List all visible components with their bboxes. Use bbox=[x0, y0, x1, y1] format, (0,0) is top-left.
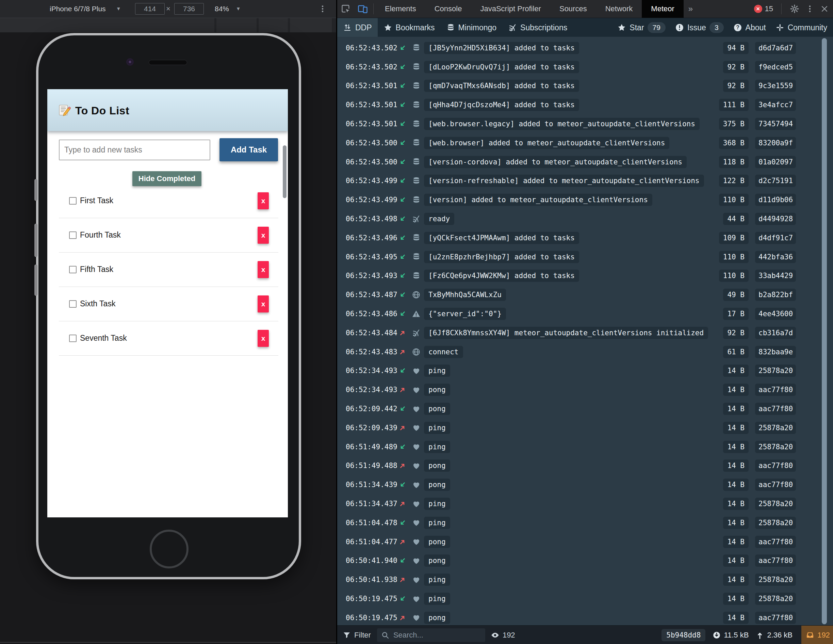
close-icon[interactable] bbox=[820, 5, 828, 13]
more-options-icon[interactable] bbox=[806, 5, 814, 13]
ddp-log-row[interactable]: 06:52:09.439ping14 B25878a20 bbox=[337, 418, 833, 437]
dimension-separator: × bbox=[166, 0, 170, 18]
tab-javascript-profiler[interactable]: JavaScript Profiler bbox=[471, 0, 550, 18]
delete-task-button[interactable]: x bbox=[257, 192, 269, 209]
ddp-log-row[interactable]: 06:52:43.486{"server_id":"0"}17 B4ee4360… bbox=[337, 304, 833, 324]
meteor-tab-subscriptions[interactable]: Subscriptions bbox=[502, 18, 573, 37]
delete-task-button[interactable]: x bbox=[257, 295, 269, 312]
ddp-log-row[interactable]: 06:52:43.496[yQCkFsect4JPMAAwm] added to… bbox=[337, 229, 833, 248]
signal-icon bbox=[508, 23, 517, 32]
task-label: First Task bbox=[80, 196, 113, 205]
more-options-icon[interactable] bbox=[318, 5, 327, 13]
message-chip: [6Jf8CXk8YmnssXY4W] meteor_autoupdate_cl… bbox=[424, 327, 708, 339]
hash-badge: aac77f80 bbox=[755, 459, 796, 472]
ddp-log-row[interactable]: 06:52:09.442pong14 Baac77f80 bbox=[337, 399, 833, 418]
delete-task-button[interactable]: x bbox=[257, 261, 269, 278]
add-task-button[interactable]: Add Task bbox=[219, 138, 278, 161]
timestamp: 06:52:43.486 bbox=[346, 310, 397, 318]
delete-task-button[interactable]: x bbox=[257, 227, 269, 244]
ddp-log-row[interactable]: 06:50:41.940pong14 Baac77f80 bbox=[337, 551, 833, 570]
inspect-element-icon[interactable] bbox=[337, 0, 354, 18]
ddp-log-row[interactable]: 06:52:43.501[web.browser.legacy] added t… bbox=[337, 114, 833, 134]
ddp-log-row[interactable]: 06:50:41.938ping14 B25878a20 bbox=[337, 570, 833, 589]
meteor-tab-bookmarks[interactable]: Bookmarks bbox=[378, 18, 441, 37]
hash-badge: d4df91c7 bbox=[755, 232, 796, 244]
meteor-tab-minimongo[interactable]: Minimongo bbox=[441, 18, 503, 37]
search-input[interactable] bbox=[393, 630, 469, 640]
meteor-link-about[interactable]: ?About bbox=[730, 23, 769, 32]
timestamp: 06:52:43.483 bbox=[346, 348, 397, 356]
meteor-link-community[interactable]: Community bbox=[773, 23, 830, 32]
pending-message-counter[interactable]: 192 bbox=[801, 626, 833, 644]
tab-meteor[interactable]: Meteor bbox=[642, 0, 683, 18]
size-badge: 14 B bbox=[723, 573, 749, 586]
home-button bbox=[150, 530, 188, 568]
ddp-log-row[interactable]: 06:52:43.502[JB5yYnn2HD5XiB634] added to… bbox=[337, 39, 833, 58]
heart-icon bbox=[408, 518, 424, 527]
task-checkbox[interactable] bbox=[69, 266, 77, 273]
error-counter[interactable]: ✕ 15 bbox=[754, 5, 773, 13]
ddp-log-row[interactable]: 06:52:34.493pong14 Baac77f80 bbox=[337, 380, 833, 399]
ddp-log-row[interactable]: 06:50:19.475pong14 Baac77f80 bbox=[337, 608, 833, 625]
ddp-log-row[interactable]: 06:52:43.484[6Jf8CXk8YmnssXY4W] meteor_a… bbox=[337, 324, 833, 343]
ddp-log-row[interactable]: 06:52:43.483connect61 B832baa9e bbox=[337, 343, 833, 361]
ddp-log-row[interactable]: 06:52:43.500[version-cordova] added to m… bbox=[337, 153, 833, 172]
timestamp: 06:51:49.488 bbox=[346, 462, 397, 470]
status-bar: Filter 192 5b948dd8 11.5 kB 2.36 kB bbox=[337, 625, 833, 644]
log-scrollbar-thumb[interactable] bbox=[822, 38, 827, 624]
hash-badge: 442bfa36 bbox=[755, 251, 796, 263]
ddp-log-row[interactable]: 06:52:43.500[web.browser] added to meteo… bbox=[337, 134, 833, 153]
ddp-log-row[interactable]: 06:52:43.487TxByMhhQa5CAWLxZu49 Bb2a822b… bbox=[337, 285, 833, 304]
delete-task-button[interactable]: x bbox=[257, 330, 269, 347]
ddp-log-row[interactable]: 06:51:34.439pong14 Baac77f80 bbox=[337, 475, 833, 494]
devtools-tabbar: ElementsConsoleJavaScript ProfilerSource… bbox=[337, 0, 833, 18]
task-label: Sixth Task bbox=[80, 299, 115, 308]
ddp-log-row[interactable]: 06:52:34.493ping14 B25878a20 bbox=[337, 361, 833, 380]
task-checkbox[interactable] bbox=[69, 300, 77, 308]
ddp-log-row[interactable]: 06:51:49.488pong14 Baac77f80 bbox=[337, 456, 833, 475]
size-badge: 110 B bbox=[719, 270, 749, 282]
ddp-log-row[interactable]: 06:52:43.501[qmD7vaqTMxs6ANsdb] added to… bbox=[337, 77, 833, 96]
tab-elements[interactable]: Elements bbox=[376, 0, 425, 18]
ddp-log-row[interactable]: 06:51:04.478ping14 B25878a20 bbox=[337, 513, 833, 532]
ddp-log-row[interactable]: 06:51:04.477pong14 Baac77f80 bbox=[337, 532, 833, 551]
meteor-link-star[interactable]: Star79 bbox=[614, 22, 668, 33]
hash-badge: d2c75191 bbox=[755, 175, 796, 187]
device-toolbar-toggle-icon[interactable] bbox=[354, 0, 371, 18]
ddp-log-row[interactable]: 06:52:43.499[version-refreshable] added … bbox=[337, 172, 833, 191]
ddp-log-row[interactable]: 06:50:19.475ping14 B25878a20 bbox=[337, 589, 833, 608]
new-task-input[interactable] bbox=[59, 140, 210, 160]
ddp-log-row[interactable]: 06:52:43.499[version] added to meteor_au… bbox=[337, 190, 833, 209]
database-icon bbox=[408, 158, 424, 166]
tab-network[interactable]: Network bbox=[596, 0, 642, 18]
ddp-log-row[interactable]: 06:52:43.501[qHha4D7jqcDszoMe4] added to… bbox=[337, 95, 833, 114]
task-checkbox[interactable] bbox=[69, 335, 77, 342]
ddp-log-row[interactable]: 06:52:43.495[u2znE8pzhrBejhbp7] added to… bbox=[337, 248, 833, 267]
page-scrollbar[interactable] bbox=[283, 145, 286, 198]
ddp-log-row[interactable]: 06:51:34.437ping14 B25878a20 bbox=[337, 494, 833, 513]
settings-gear-icon[interactable] bbox=[790, 4, 799, 14]
size-badge: 14 B bbox=[723, 441, 749, 453]
ddp-log-row[interactable]: 06:52:43.493[Fz6CQe6pv4JWW2KMw] added to… bbox=[337, 267, 833, 286]
question-icon: ? bbox=[733, 23, 742, 32]
filter-button[interactable]: Filter bbox=[337, 626, 377, 644]
meteor-link-issue[interactable]: Issue3 bbox=[672, 22, 727, 33]
zoom-select[interactable]: 84% bbox=[215, 0, 229, 18]
timestamp: 06:51:04.477 bbox=[346, 538, 397, 546]
device-type-select[interactable]: iPhone 6/7/8 Plus bbox=[50, 0, 106, 18]
ddp-log-row[interactable]: 06:52:43.498ready44 Bd4494928 bbox=[337, 209, 833, 229]
meteor-tab-ddp[interactable]: DDP bbox=[337, 18, 378, 37]
ddp-log-row[interactable]: 06:51:49.489ping14 B25878a20 bbox=[337, 437, 833, 456]
ddp-log-row[interactable]: 06:52:43.502[dLooP2KwDruQvQ7ij] added to… bbox=[337, 58, 833, 77]
size-badge: 110 B bbox=[719, 251, 749, 263]
viewport-height-input[interactable] bbox=[174, 3, 204, 14]
tab-sources[interactable]: Sources bbox=[550, 0, 596, 18]
tab-console[interactable]: Console bbox=[425, 0, 471, 18]
task-checkbox[interactable] bbox=[69, 232, 77, 239]
task-checkbox[interactable] bbox=[69, 197, 77, 204]
size-badge: 14 B bbox=[723, 612, 749, 624]
heart-icon bbox=[408, 538, 424, 546]
viewport-width-input[interactable] bbox=[135, 3, 165, 14]
message-chip: ping bbox=[424, 441, 450, 453]
more-tabs-button[interactable]: » bbox=[683, 0, 698, 18]
